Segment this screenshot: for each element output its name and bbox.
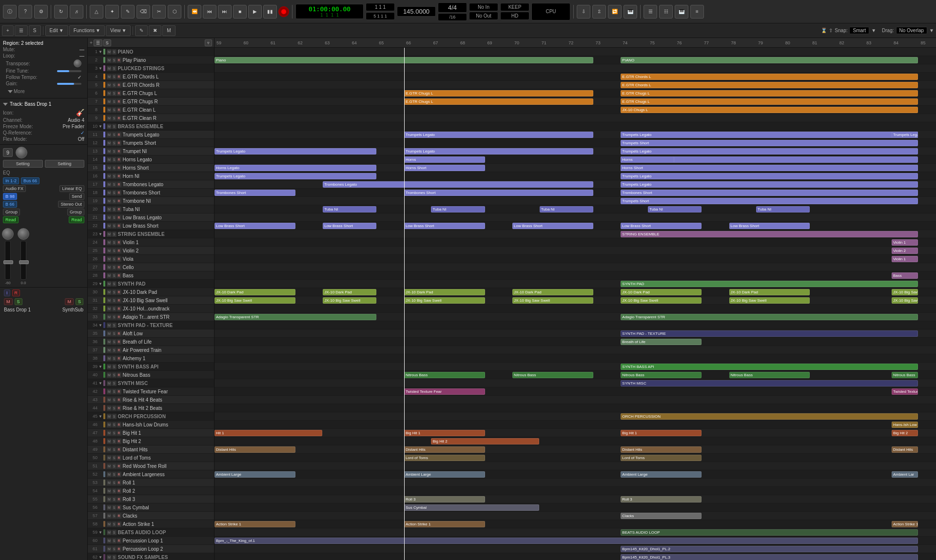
s-btn-2[interactable]: S	[76, 298, 83, 305]
track-label[interactable]: Percussion Loop 1	[123, 538, 213, 543]
audio-clip[interactable]: E.GTR Chugs L	[621, 90, 918, 97]
mute-track-btn[interactable]: M	[107, 439, 112, 444]
cursor-btn[interactable]: △	[90, 5, 103, 19]
mute-track-btn[interactable]: M	[107, 348, 112, 353]
track-label[interactable]: Roll 3	[123, 497, 213, 502]
record-track-btn[interactable]: R	[117, 538, 121, 543]
config-btn[interactable]: ⚙	[34, 5, 48, 19]
audio-clip[interactable]: Breath of Life	[621, 339, 702, 345]
audio-clip[interactable]: SYNTH PAD	[621, 281, 918, 287]
solo-track-btn[interactable]: S	[112, 99, 117, 104]
track-row[interactable]: 18MSRTrombones Short	[88, 189, 214, 197]
audio-clip[interactable]: Big Hit 2	[431, 438, 539, 444]
audio-clip[interactable]: JX-10 Chugs L	[621, 107, 918, 113]
track-label[interactable]: Adagio Tr...arent STR	[123, 314, 213, 320]
record-track-btn[interactable]: R	[117, 331, 121, 336]
track-label[interactable]: Clacks	[123, 513, 213, 519]
solo-track-btn[interactable]: S	[112, 174, 117, 179]
record-track-btn[interactable]: R	[117, 513, 121, 519]
record-track-btn[interactable]: R	[117, 107, 121, 113]
record-track-btn[interactable]: R	[117, 82, 121, 88]
track-label[interactable]: Violin 2	[123, 248, 213, 253]
record-btn[interactable]	[278, 6, 289, 17]
record-track-btn[interactable]: R	[117, 140, 121, 146]
track-row[interactable]: 38MSRAlchemy 1	[88, 354, 214, 363]
mute-track-btn[interactable]: M	[107, 323, 112, 328]
track-row[interactable]: 32MSRJX-10 Hol...oundtrack	[88, 305, 214, 313]
record-track-btn[interactable]: R	[117, 99, 121, 104]
fine-tune-slider[interactable]	[57, 70, 81, 72]
track-row[interactable]: 24MSRViolin 1	[88, 238, 214, 247]
s-toggle-btn[interactable]: S	[103, 39, 111, 46]
audio-clip[interactable]: Action Strike 1	[892, 521, 918, 527]
view-menu[interactable]: View ▼	[106, 25, 131, 36]
track-row[interactable]: 37MSRAir Powered Train	[88, 346, 214, 354]
audio-clip[interactable]: JX-10 Big Saw Swell	[729, 297, 810, 304]
audio-clip[interactable]: Low Brass Short	[323, 223, 376, 229]
group-btn-1[interactable]: Group	[3, 209, 20, 215]
solo-track-btn[interactable]: S	[112, 281, 117, 287]
audio-clip[interactable]: Bass	[892, 272, 918, 279]
track-expand-arrow[interactable]: ▼	[98, 414, 103, 419]
mute-track-btn[interactable]: M	[107, 190, 112, 195]
solo-track-btn[interactable]: S	[112, 149, 117, 154]
solo-track-btn[interactable]: S	[112, 298, 117, 303]
audio-clip[interactable]: JX-10 Big Saw Swell	[512, 297, 593, 304]
mute-track-btn[interactable]: M	[107, 273, 112, 278]
audio-clip[interactable]: SYNTH BASS API	[621, 364, 918, 370]
audio-clip[interactable]: Tuba NI	[648, 206, 702, 212]
solo-track-btn[interactable]: S	[112, 439, 117, 444]
solo-track-btn[interactable]: S	[112, 49, 117, 55]
mute-track-btn[interactable]: M	[107, 339, 112, 345]
track-row[interactable]: 5MSRE.GTR Chords R	[88, 81, 214, 89]
record-track-btn[interactable]: R	[117, 339, 121, 345]
solo-track-btn[interactable]: S	[112, 157, 117, 162]
record-track-btn[interactable]: R	[117, 198, 121, 204]
mute-track-btn[interactable]: M	[107, 165, 112, 171]
track-row[interactable]: 41▼MSSYNTH MISC	[88, 379, 214, 387]
i-btn[interactable]: I	[4, 290, 10, 296]
record-track-btn[interactable]: R	[117, 480, 121, 485]
track-row[interactable]: 10▼MSBRASS ENSEMBLE	[88, 122, 214, 131]
track-row[interactable]: 1▼MSPIANO	[88, 48, 214, 56]
track-label[interactable]: Roll 2	[123, 488, 213, 494]
audio-clip[interactable]: Distant Hits	[621, 446, 702, 453]
track-row[interactable]: 17MSRTrombones Legato	[88, 180, 214, 189]
drag-value[interactable]: No Overlap	[896, 27, 928, 34]
record-track-btn[interactable]: R	[117, 372, 121, 378]
audio-clip[interactable]: Action Strike 1	[214, 521, 295, 527]
record-track-btn[interactable]: R	[117, 256, 121, 262]
audio-clip[interactable]: Low Brass Short	[404, 223, 485, 229]
audio-clip[interactable]: Violin 1	[892, 256, 918, 262]
audio-clip[interactable]: ORCH PERCUSSION	[621, 413, 918, 420]
mute-track-btn[interactable]: M	[107, 406, 112, 411]
record-track-btn[interactable]: R	[117, 406, 121, 411]
edit-menu[interactable]: Edit ▼	[45, 25, 68, 36]
record-track-btn[interactable]: R	[117, 472, 121, 477]
audio-clip[interactable]: Trombones Short	[621, 190, 918, 196]
record-track-btn[interactable]: R	[117, 190, 121, 195]
record-track-btn[interactable]: R	[117, 116, 121, 121]
mute-track-btn[interactable]: M	[107, 480, 112, 485]
mute-track-btn[interactable]: M	[107, 256, 112, 262]
track-label[interactable]: Trombones Short	[123, 190, 213, 195]
audio-clip[interactable]: Trumpets Legato	[404, 148, 593, 154]
audio-clip[interactable]: Bpm145_Kit20_Dhol1_PL.3	[621, 554, 918, 560]
track-label[interactable]: JX-10 Big Saw Swell	[123, 298, 213, 303]
track-row[interactable]: 36MSRBreath of Life	[88, 338, 214, 346]
region-edit-btn[interactable]: ✎	[135, 25, 148, 36]
track-label[interactable]: Rise & Hit 2 Beats	[123, 406, 213, 411]
solo-track-btn[interactable]: S	[112, 447, 117, 452]
track-row[interactable]: 6MSRE.GTR Chugs L	[88, 89, 214, 97]
channel-knob[interactable]	[16, 147, 27, 158]
grid-btn[interactable]: ☷	[659, 5, 673, 19]
mute-track-btn[interactable]: M	[107, 49, 112, 55]
s-btn-et[interactable]: S	[29, 25, 41, 36]
track-label[interactable]: SYNTH PAD - TEXTURE	[118, 323, 173, 328]
track-label[interactable]: E.GTR Chords L	[123, 74, 213, 79]
track-label[interactable]: Lord of Toms	[123, 455, 213, 461]
solo-track-btn[interactable]: S	[112, 306, 117, 311]
mute-track-btn[interactable]: M	[107, 91, 112, 96]
audio-clip[interactable]: Bpm145_Kit20_Dhol1_PL.2	[621, 546, 918, 552]
audio-clip[interactable]: Adagio Transparent STR	[621, 314, 918, 320]
